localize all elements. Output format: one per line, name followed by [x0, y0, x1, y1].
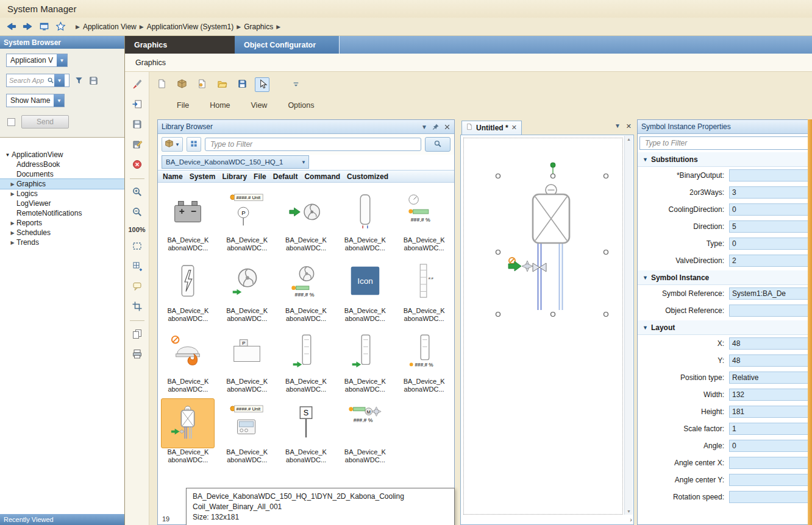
send-checkbox[interactable]	[7, 118, 15, 126]
property-value[interactable]: 5	[729, 220, 811, 233]
save-search-button[interactable]	[88, 76, 99, 86]
marquee-select-button[interactable]	[130, 240, 144, 253]
library-item[interactable]: IconBA_Device_KabonaWDC...	[336, 257, 394, 323]
expand-arrow-icon[interactable]: ▶	[9, 230, 16, 236]
property-value[interactable]	[729, 491, 811, 503]
breadcrumb-item[interactable]: Graphics	[244, 23, 273, 31]
library-item[interactable]: SBA_Device_KabonaWDC...	[277, 398, 335, 464]
menu-file[interactable]: File	[177, 101, 189, 110]
save-tool-button[interactable]	[130, 118, 144, 132]
breadcrumb-item[interactable]: ApplicationView (System1)	[147, 23, 234, 31]
column-header-library[interactable]: Library	[222, 172, 247, 181]
chevron-down-icon[interactable]: ▼	[54, 74, 65, 86]
menu-view[interactable]: View	[251, 101, 268, 110]
toolbar-overflow-button[interactable]	[288, 77, 303, 92]
column-header-name[interactable]: Name	[163, 172, 183, 181]
chevron-down-icon[interactable]: ▼	[57, 54, 67, 66]
expand-arrow-icon[interactable]: ▶	[9, 181, 16, 187]
send-button[interactable]: Send	[21, 115, 69, 129]
property-value[interactable]: 1	[729, 423, 811, 435]
view-selector[interactable]: Application V ▼	[6, 54, 68, 67]
library-item[interactable]: ###.# %BA_Device_KabonaWDC...	[395, 328, 453, 393]
display-mode-selector[interactable]: Show Name ▼	[6, 94, 65, 107]
crop-button[interactable]	[130, 300, 144, 314]
delete-button[interactable]	[130, 158, 144, 172]
zoom-out-button[interactable]	[130, 206, 144, 219]
property-value[interactable]: 0	[729, 238, 811, 250]
library-item[interactable]: #.#BA_Device_KabonaWDC...	[395, 257, 453, 323]
tree-item-schedules[interactable]: ▶Schedules	[0, 228, 124, 238]
breadcrumb-item[interactable]: Application View	[83, 23, 137, 31]
library-item[interactable]: BA_Device_KabonaWDC...	[159, 257, 217, 323]
collapse-arrow-icon[interactable]: ▼	[643, 325, 648, 331]
tree-item-logics[interactable]: ▶Logics	[0, 189, 124, 199]
comment-button[interactable]	[130, 280, 144, 294]
menu-options[interactable]: Options	[288, 101, 314, 110]
forward-button[interactable]	[20, 19, 35, 33]
tab-object-configurator[interactable]: Object Configurator	[235, 36, 340, 54]
property-value[interactable]	[729, 169, 811, 181]
expand-arrow-icon[interactable]: ▶	[9, 191, 16, 197]
select-tool-button[interactable]	[255, 77, 269, 92]
library-item[interactable]: PBA_Device_KabonaWDC...	[218, 328, 276, 393]
library-item[interactable]: BA_Device_KabonaWDC...	[218, 257, 276, 323]
library-item[interactable]: BA_Device_KabonaWDC...	[159, 186, 217, 252]
close-tab-icon[interactable]: ✕	[511, 124, 517, 132]
section-header-layout[interactable]: ▼Layout	[638, 320, 811, 335]
library-item[interactable]: BA_Device_KabonaWDC...	[336, 328, 394, 393]
library-item[interactable]: ###.# %BA_Device_KabonaWDC...	[395, 186, 453, 252]
copy-button[interactable]	[130, 328, 144, 341]
open-button[interactable]	[215, 77, 229, 92]
library-item[interactable]: ###.# %BA_Device_KabonaWDC...	[277, 257, 335, 323]
tree-item-reports[interactable]: ▶Reports	[0, 218, 124, 228]
library-item[interactable]: BA_Device_KabonaWDC...	[336, 186, 394, 252]
new-from-template-button[interactable]	[194, 77, 209, 92]
save-as-button[interactable]	[130, 138, 144, 152]
brush-tool-button[interactable]	[130, 78, 144, 91]
library-search-button[interactable]	[425, 137, 451, 152]
search-input[interactable]	[7, 76, 47, 85]
property-value[interactable]: 181	[729, 406, 811, 418]
library-item[interactable]: BA_Device_KabonaWDC...	[277, 186, 335, 252]
library-selector[interactable]: BA_Device_KabonaWDC_150_HQ_1 ▼	[162, 155, 309, 169]
pin-icon[interactable]	[432, 123, 440, 131]
scroll-right-icon[interactable]: ›	[630, 516, 632, 523]
scroll-up-icon[interactable]: ▲	[627, 137, 631, 141]
collapse-arrow-icon[interactable]: ▼	[643, 157, 648, 163]
document-tab-untitled[interactable]: Untitled * ✕	[461, 121, 522, 135]
property-value[interactable]: 48	[729, 354, 811, 367]
tree-item-remotenotifications[interactable]: RemoteNotifications	[0, 208, 124, 218]
drawing-canvas[interactable]: ▲ ▼ ›	[460, 135, 634, 525]
menu-home[interactable]: Home	[210, 101, 230, 110]
back-button[interactable]	[4, 19, 18, 33]
grid-view-button[interactable]	[187, 137, 201, 152]
tree-item-documents[interactable]: Documents	[0, 169, 124, 179]
property-value[interactable]: 2	[729, 255, 811, 267]
cooling-coil-symbol[interactable]	[508, 185, 569, 310]
package-button[interactable]	[174, 77, 189, 92]
tab-graphics[interactable]: Graphics	[125, 36, 235, 54]
recently-viewed-bar[interactable]: Recently Viewed	[0, 514, 124, 525]
property-value[interactable]: System1:BA_De	[729, 287, 811, 300]
expand-arrow-icon[interactable]: ▶	[9, 240, 16, 245]
library-filter-input[interactable]	[205, 138, 421, 151]
section-header-substitutions[interactable]: ▼Substitutions	[638, 152, 811, 167]
library-item[interactable]: ####.# UnitPBA_Device_KabonaWDC...	[218, 186, 276, 252]
print-button[interactable]	[130, 348, 144, 361]
property-value[interactable]: 0	[729, 203, 811, 216]
panel-menu-chevron-icon[interactable]: ▼	[421, 124, 427, 130]
column-header-default[interactable]: Default	[273, 172, 298, 181]
column-header-file[interactable]: File	[254, 172, 266, 181]
property-value[interactable]: Relative	[729, 372, 811, 384]
section-header-symbol-instance[interactable]: ▼Symbol Instance	[638, 270, 811, 285]
property-value[interactable]: 0	[729, 440, 811, 452]
column-header-system[interactable]: System	[190, 172, 216, 181]
tree-item-root[interactable]: ▼ApplicationView	[0, 150, 124, 160]
tree-item-logviewer[interactable]: LogViewer	[0, 199, 124, 208]
property-value[interactable]: 48	[729, 337, 811, 350]
property-value[interactable]: 3	[729, 186, 811, 199]
expand-arrow-icon[interactable]: ▶	[9, 220, 16, 226]
close-document-icon[interactable]: ✕	[626, 122, 632, 130]
collapse-arrow-icon[interactable]: ▼	[643, 275, 648, 281]
window-view-button[interactable]	[37, 19, 51, 33]
